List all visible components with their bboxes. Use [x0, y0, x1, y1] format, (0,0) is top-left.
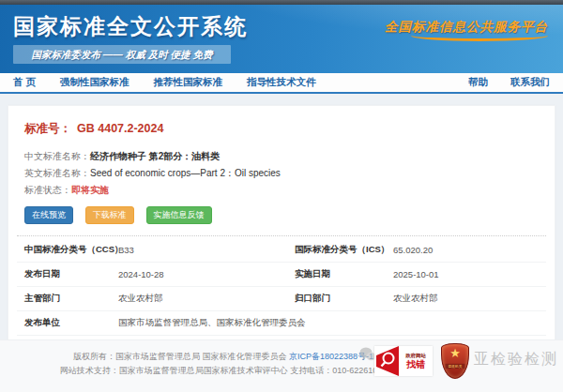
table-row-classification: 中国标准分类号（CCS） B33 国际标准分类号（ICS） 65.020.20	[17, 238, 546, 263]
swoosh-underline	[411, 36, 548, 41]
tech-support-line: 网站技术支持：国家市场监督管理总局国家标准技术审评中心 支持电话：010-622…	[26, 364, 420, 378]
main-nav: 首 页 强制性国家标准 推荐性国家标准 指导性技术文件 帮助 联系我们	[0, 73, 563, 94]
competent-dept-value: 农业农村部	[118, 293, 295, 305]
platform-slogan-link[interactable]: 全国标准信息公共服务平台	[385, 19, 548, 41]
standard-number: GB 4407.2-2024	[77, 122, 163, 135]
implement-date-value: 2025-10-01	[393, 269, 546, 279]
nav-help[interactable]: 帮助	[468, 76, 488, 89]
nav-left: 首 页 强制性国家标准 推荐性国家标准 指导性技术文件	[13, 76, 340, 89]
publisher-value: 国家市场监督管理总局、国家标准化管理委员会	[118, 317, 546, 329]
ics-label: 国际标准分类号（ICS）	[295, 244, 393, 256]
badge-star-icon: ★	[442, 344, 468, 363]
nav-mandatory-standards[interactable]: 强制性国家标准	[60, 76, 129, 89]
watermark-right-text: 亚检验检测	[474, 350, 558, 369]
ics-value: 65.020.20	[393, 245, 546, 255]
download-standard-button[interactable]: 下载标准	[85, 206, 134, 224]
footer: 版权所有：国家市场监督管理总局 国家标准化管理委员会 京ICP备18022388…	[0, 339, 563, 392]
status-label: 标准状态：	[24, 185, 71, 195]
centralized-dept-label: 归口部门	[295, 293, 393, 305]
table-row-departments: 主管部门 农业农村部 归口部门 农业农村部	[17, 287, 546, 311]
government-badge-icon[interactable]: ★ 党政机关	[441, 343, 469, 379]
nav-contact-us[interactable]: 联系我们	[510, 76, 550, 89]
competent-dept-label: 主管部门	[24, 293, 118, 305]
nav-recommended-standards[interactable]: 推荐性国家标准	[153, 76, 222, 89]
copyright-text: 版权所有：国家市场监督管理总局 国家标准化管理委员会	[73, 352, 289, 361]
nav-home[interactable]: 首 页	[13, 76, 36, 89]
status-badge: 即将实施	[71, 185, 109, 195]
ccs-label: 中国标准分类号（CCS）	[24, 244, 118, 256]
dotted-divider	[17, 235, 546, 236]
website-error-report-logo[interactable]: 政府网站 找错	[374, 346, 433, 376]
action-button-row: 在线预览 下载标准 实施信息反馈	[24, 206, 546, 224]
error-logo-bottom-text: 找错	[399, 360, 433, 369]
implementation-feedback-button[interactable]: 实施信息反馈	[146, 206, 212, 224]
implement-date-label: 实施日期	[295, 268, 393, 280]
badge-label: 党政机关	[446, 364, 465, 369]
platform-slogan-text: 全国标准信息公共服务平台	[385, 20, 548, 34]
nav-guiding-documents[interactable]: 指导性技术文件	[247, 76, 316, 89]
nav-right: 帮助 联系我们	[446, 76, 550, 89]
table-row-publisher: 发布单位 国家市场监督管理总局、国家标准化管理委员会	[17, 311, 546, 336]
standard-number-label: 标准号：	[24, 122, 71, 135]
ccs-value: B33	[118, 245, 295, 255]
en-name-label: 英文标准名称：	[24, 168, 90, 178]
publish-date-value: 2024-10-28	[118, 269, 295, 279]
en-name-line: 英文标准名称：Seed of economic crops—Part 2：Oil…	[24, 167, 546, 179]
status-line: 标准状态：即将实施	[24, 184, 546, 196]
en-name-value: Seed of economic crops—Part 2：Oil specie…	[90, 168, 281, 178]
centralized-dept-value: 农业农村部	[393, 293, 546, 305]
table-row-dates: 发布日期 2024-10-28 实施日期 2025-10-01	[17, 263, 546, 287]
magnifier-icon	[374, 346, 399, 376]
content-area: 标准号：GB 4407.2-2024 中文标准名称：经济作物种子 第2部分：油料…	[0, 94, 563, 361]
publisher-label: 发布单位	[24, 317, 118, 329]
error-logo-texts: 政府网站 找错	[399, 353, 433, 369]
site-subtitle: 国家标准委发布 —— 权威 及时 便捷 免费	[13, 45, 231, 64]
error-logo-top-text: 政府网站	[401, 353, 431, 357]
cn-name-line: 中文标准名称：经济作物种子 第2部分：油料类	[24, 150, 546, 162]
publish-date-label: 发布日期	[24, 268, 118, 280]
standard-detail-card: 标准号：GB 4407.2-2024 中文标准名称：经济作物种子 第2部分：油料…	[8, 105, 555, 361]
site-banner: 国家标准全文公开系统 国家标准委发布 —— 权威 及时 便捷 免费 全国标准信息…	[0, 5, 563, 73]
online-preview-button[interactable]: 在线预览	[24, 206, 73, 224]
standard-number-line: 标准号：GB 4407.2-2024	[24, 121, 546, 137]
site-title: 国家标准全文公开系统	[13, 12, 248, 41]
cn-name-value: 经济作物种子 第2部分：油料类	[90, 151, 220, 161]
cn-name-label: 中文标准名称：	[24, 151, 90, 161]
